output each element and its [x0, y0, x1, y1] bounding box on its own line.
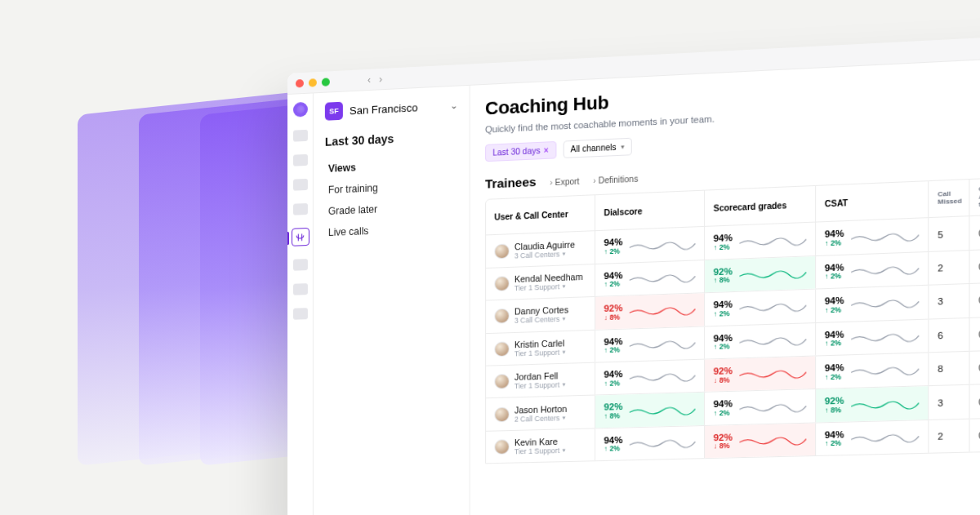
- user-subtitle[interactable]: 3 Call Centers▾: [514, 315, 568, 325]
- metric-cell-dialscore[interactable]: 92% 8%: [595, 293, 705, 329]
- avatar: [494, 309, 509, 324]
- metric-cell-csat[interactable]: 94% 2%: [816, 353, 929, 388]
- app-logo-icon[interactable]: [292, 102, 307, 118]
- metric-cell-scorecard[interactable]: 92% 8%: [705, 357, 816, 393]
- rail-item[interactable]: [292, 203, 307, 215]
- chevron-down-icon: ▾: [562, 283, 565, 290]
- metric-delta: 2%: [604, 346, 622, 355]
- rail-item[interactable]: [292, 259, 307, 271]
- nav-forward-icon[interactable]: ›: [379, 73, 382, 85]
- rail-item[interactable]: [292, 154, 307, 166]
- metric-cell-dialscore[interactable]: 92% 8%: [595, 393, 705, 428]
- hold-cell: 00:15: [969, 248, 980, 283]
- sidebar-item[interactable]: Live calls: [328, 219, 457, 242]
- user-subtitle[interactable]: 2 Call Centers▾: [514, 414, 567, 424]
- filter-chip-range[interactable]: Last 30 days ×: [485, 141, 556, 162]
- hold-cell: 00:10: [969, 316, 980, 351]
- rail-item[interactable]: [292, 308, 307, 320]
- metric-cell-dialscore[interactable]: 94% 2%: [595, 227, 705, 264]
- col-dialscore[interactable]: Dialscore: [604, 204, 695, 217]
- sparkline-icon: [630, 304, 696, 317]
- col-csat[interactable]: CSAT: [825, 195, 919, 208]
- metric-cell-dialscore[interactable]: 94% 2%: [595, 360, 705, 395]
- missed-cell: 5: [929, 217, 969, 251]
- metric-cell-csat[interactable]: 94% 2%: [816, 252, 929, 289]
- filter-chip-label: Last 30 days: [492, 146, 540, 158]
- sidebar-item[interactable]: For training: [328, 175, 457, 199]
- metric-cell-dialscore[interactable]: 94% 2%: [595, 260, 705, 296]
- user-cell[interactable]: Jordan Fell Tier 1 Support▾: [486, 363, 595, 398]
- hold-cell: 00:20: [969, 214, 980, 249]
- metric-delta: 2%: [714, 343, 733, 352]
- definitions-link[interactable]: Definitions: [593, 174, 638, 185]
- metric-cell-csat[interactable]: 94% 2%: [816, 219, 929, 255]
- metric-cell-dialscore[interactable]: 94% 2%: [595, 426, 705, 461]
- filter-chip-channels[interactable]: All channels ▾: [563, 138, 632, 158]
- metric-delta: 2%: [825, 373, 844, 382]
- metric-cell-csat[interactable]: 92% 8%: [816, 387, 929, 423]
- metric-cell-csat[interactable]: 94% 2%: [816, 286, 929, 322]
- chevron-down-icon: ▾: [562, 447, 565, 454]
- missed-cell: 2: [929, 251, 969, 285]
- sparkline-icon: [739, 300, 806, 314]
- metric-cell-scorecard[interactable]: 94% 2%: [705, 290, 816, 326]
- metric-cell-scorecard[interactable]: 92% 8%: [705, 423, 816, 458]
- user-subtitle[interactable]: Tier 1 Support▾: [514, 380, 565, 390]
- metric-cell-scorecard[interactable]: 92% 8%: [705, 256, 816, 293]
- metric-cell-csat[interactable]: 94% 2%: [816, 319, 929, 355]
- metric-delta: 8%: [714, 442, 733, 451]
- avatar: [494, 243, 509, 259]
- user-cell[interactable]: Jason Horton 2 Call Centers▾: [486, 396, 595, 431]
- metric-cell-scorecard[interactable]: 94% 2%: [705, 323, 816, 359]
- chevron-down-icon: ⌄: [450, 100, 457, 111]
- user-subtitle[interactable]: Tier 1 Support▾: [514, 446, 565, 456]
- user-cell[interactable]: Kevin Kare Tier 1 Support▾: [486, 428, 595, 463]
- metric-delta: 2%: [825, 440, 844, 449]
- metric-delta: 2%: [604, 247, 622, 256]
- col-scorecard[interactable]: Scorecard grades: [714, 200, 807, 213]
- metric-cell-csat[interactable]: 94% 2%: [816, 420, 929, 455]
- chevron-down-icon: ▾: [621, 143, 625, 150]
- missed-cell: 2: [929, 420, 969, 453]
- metric-cell-dialscore[interactable]: 94% 2%: [595, 326, 705, 362]
- sparkline-icon: [851, 229, 919, 244]
- window-close-icon[interactable]: [296, 78, 304, 87]
- window-minimize-icon[interactable]: [309, 78, 317, 87]
- org-badge: SF: [325, 102, 343, 121]
- hold-cell: 00:18: [969, 282, 980, 317]
- nav-back-icon[interactable]: ‹: [368, 73, 371, 85]
- metric-delta: 8%: [714, 376, 733, 385]
- chip-remove-icon[interactable]: ×: [544, 145, 549, 154]
- rail-item-coaching[interactable]: [291, 228, 309, 246]
- metric-delta: 8%: [825, 406, 844, 415]
- rail-item[interactable]: [292, 130, 307, 142]
- rail-item[interactable]: [292, 179, 307, 191]
- user-cell[interactable]: Kendal Needham Tier 1 Support▾: [486, 264, 595, 300]
- chevron-down-icon: ▾: [563, 251, 566, 257]
- metric-delta: 2%: [714, 410, 733, 419]
- sidebar-item[interactable]: Views: [328, 154, 457, 178]
- main-pane: Coaching Hub Quickly find the most coach…: [470, 56, 980, 515]
- metric-cell-scorecard[interactable]: 94% 2%: [705, 389, 816, 424]
- user-cell[interactable]: Kristin Carlel Tier 1 Support▾: [486, 330, 595, 365]
- sparkline-icon: [739, 267, 806, 281]
- metric-cell-scorecard[interactable]: 94% 2%: [705, 223, 816, 260]
- user-subtitle[interactable]: Tier 1 Support▾: [514, 282, 583, 292]
- user-subtitle[interactable]: Tier 1 Support▾: [514, 348, 565, 357]
- user-cell[interactable]: Claudia Aguirre 3 Call Centers▾: [486, 232, 595, 268]
- sparkline-icon: [851, 397, 919, 411]
- user-subtitle[interactable]: 3 Call Centers▾: [514, 249, 575, 260]
- rail-item[interactable]: [292, 283, 307, 295]
- table-title: Trainees: [485, 175, 536, 191]
- export-link[interactable]: Export: [550, 177, 579, 188]
- org-switcher[interactable]: SF San Francisco ⌄: [325, 96, 458, 121]
- avatar: [494, 406, 509, 422]
- col-user[interactable]: User & Call Center: [494, 209, 586, 222]
- window-zoom-icon[interactable]: [322, 78, 330, 87]
- metric-delta: 8%: [604, 313, 622, 322]
- sparkline-icon: [630, 437, 696, 450]
- missed-cell: 3: [929, 284, 969, 318]
- sparkline-icon: [739, 334, 806, 348]
- user-cell[interactable]: Danny Cortes 3 Call Centers▾: [486, 297, 595, 333]
- sidebar-item[interactable]: Grade later: [328, 197, 457, 220]
